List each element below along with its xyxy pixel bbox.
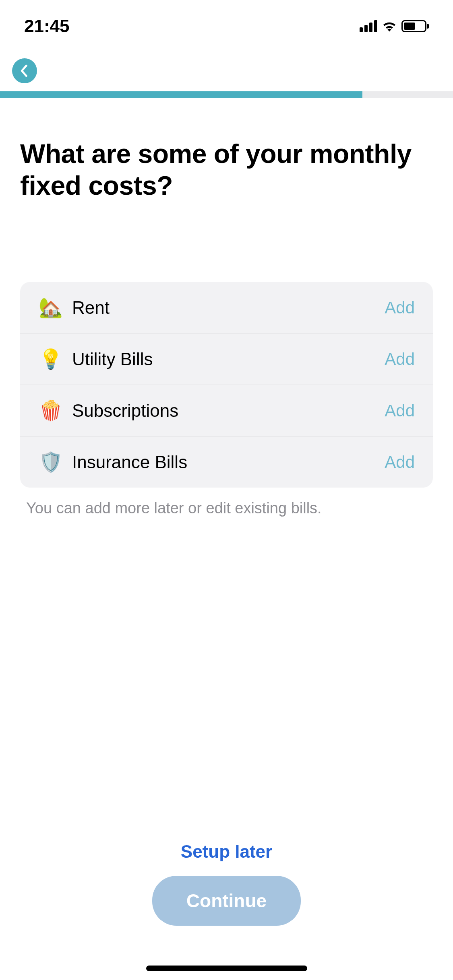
page-title: What are some of your monthly fixed cost… (20, 138, 433, 202)
popcorn-icon: 🍿 (38, 399, 63, 422)
add-button-rent[interactable]: Add (385, 298, 415, 317)
house-icon: 🏡 (38, 296, 63, 319)
status-indicators (360, 20, 429, 32)
wifi-icon (382, 21, 397, 32)
battery-icon (401, 20, 429, 32)
item-label: Rent (72, 298, 385, 318)
cellular-signal-icon (360, 20, 377, 32)
status-bar: 21:45 (0, 0, 453, 52)
back-button[interactable] (12, 58, 37, 83)
chevron-left-icon (20, 64, 28, 77)
list-item-insurance: 🛡️ Insurance Bills Add (20, 436, 433, 488)
setup-later-link[interactable]: Setup later (181, 842, 272, 862)
footer: Setup later Continue (0, 842, 453, 956)
add-button-subscriptions[interactable]: Add (385, 401, 415, 420)
shield-icon: 🛡️ (38, 451, 63, 474)
list-item-rent: 🏡 Rent Add (20, 282, 433, 334)
hint-text: You can add more later or edit existing … (20, 500, 433, 517)
home-indicator[interactable] (146, 966, 307, 971)
list-item-utility: 💡 Utility Bills Add (20, 334, 433, 385)
progress-bar (0, 91, 453, 98)
content-area: What are some of your monthly fixed cost… (0, 98, 453, 517)
add-button-insurance[interactable]: Add (385, 453, 415, 472)
status-time: 21:45 (24, 16, 70, 36)
lightbulb-icon: 💡 (38, 348, 63, 371)
list-item-subscriptions: 🍿 Subscriptions Add (20, 385, 433, 436)
costs-list: 🏡 Rent Add 💡 Utility Bills Add 🍿 Subscri… (20, 282, 433, 488)
nav-bar (0, 52, 453, 91)
continue-button[interactable]: Continue (152, 876, 301, 926)
item-label: Subscriptions (72, 401, 385, 421)
progress-fill (0, 91, 362, 98)
item-label: Utility Bills (72, 349, 385, 369)
item-label: Insurance Bills (72, 452, 385, 472)
add-button-utility[interactable]: Add (385, 350, 415, 369)
